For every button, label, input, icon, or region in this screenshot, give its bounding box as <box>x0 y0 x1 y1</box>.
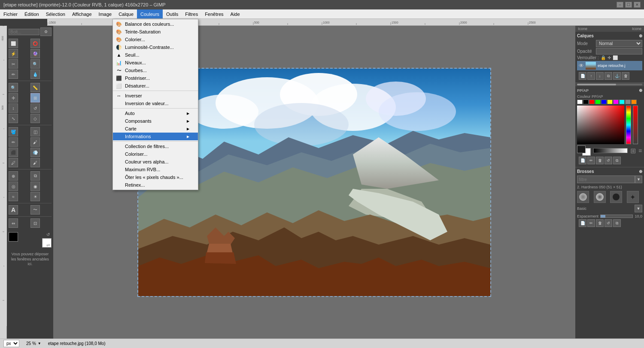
color-swatch-white[interactable] <box>577 100 583 104</box>
layer-item[interactable]: 👁 etape retouche.j <box>577 61 642 70</box>
delete-layer-btn[interactable]: 🗑 <box>622 72 629 80</box>
edit-brush-btn[interactable]: ✏ <box>587 219 595 227</box>
minimize-button[interactable]: – <box>617 2 623 8</box>
tool-bucket[interactable]: 🪣 <box>9 127 18 136</box>
tool-text[interactable]: A <box>9 205 18 215</box>
raise-layer-btn[interactable]: ↑ <box>587 72 595 80</box>
lock-icon[interactable]: 🔒 <box>601 55 606 60</box>
menu-fichier[interactable]: Fichier <box>0 9 21 18</box>
unit-select[interactable]: px <box>3 340 19 347</box>
tool-eraser[interactable]: ⬛ <box>9 148 18 157</box>
menu-edition[interactable]: Édition <box>21 9 43 18</box>
edit-color-btn[interactable]: ✏ <box>587 157 595 164</box>
tool-gradient[interactable]: ◫ <box>30 127 40 136</box>
menu-pixels-chauds[interactable]: Ôter les « pixels chauds »... <box>113 173 198 181</box>
menu-carte[interactable]: Carte <box>113 125 198 133</box>
menu-posteriser[interactable]: ⬛ Postériser... <box>113 74 198 82</box>
menu-colorier[interactable]: 🎨 Colorier... <box>113 36 198 43</box>
toolbox-icon-btn[interactable]: ⚙ <box>40 27 52 36</box>
brush-filter-input[interactable] <box>577 176 635 183</box>
new-layer-btn[interactable]: 📄 <box>579 72 586 80</box>
menu-outils[interactable]: Outils <box>163 9 182 18</box>
lock-alpha-icon[interactable]: ⬜ <box>613 55 618 60</box>
brushes-expand-icon[interactable]: ⊕ <box>639 169 642 174</box>
menu-inversion-valeur[interactable]: Inversion de valeur... <box>113 100 198 107</box>
tool-move[interactable]: ✛ <box>9 93 18 103</box>
tool-color-picker[interactable]: 💧 <box>30 70 40 79</box>
refresh-color-btn[interactable]: ↺ <box>605 157 612 164</box>
tool-scale[interactable]: ⤡ <box>9 114 18 123</box>
layer-visibility-icon[interactable]: 👁 <box>579 63 584 69</box>
new-color-btn[interactable]: 📄 <box>579 157 586 164</box>
brush-soft-small[interactable] <box>577 191 589 203</box>
color-saturation-area[interactable] <box>577 106 624 144</box>
menu-niveaux[interactable]: 📊 Niveaux... <box>113 59 198 67</box>
anchor-layer-btn[interactable]: ⚓ <box>613 72 621 80</box>
tool-flip[interactable]: ⇔ <box>9 218 18 228</box>
menu-image[interactable]: Image <box>95 9 115 18</box>
lock-position-icon[interactable]: ✛ <box>608 55 611 60</box>
delete-brush-btn[interactable]: 🗑 <box>596 219 604 227</box>
menu-collection-filtres[interactable]: Collection de filtres... <box>113 142 198 150</box>
menu-fenetres[interactable]: Fenêtres <box>201 9 227 18</box>
brush-sort-btn[interactable]: ▼ <box>635 176 642 183</box>
menu-couleurs[interactable]: Couleurs <box>137 9 163 18</box>
tool-fuzzy-select[interactable]: 🔮 <box>30 49 40 58</box>
tool-rotate[interactable]: ↺ <box>30 103 40 113</box>
menu-composants[interactable]: Composants <box>113 117 198 125</box>
tool-blur[interactable]: ◎ <box>9 182 18 191</box>
reset-colors-icon[interactable]: ↺ <box>46 232 50 237</box>
tool-dodge[interactable]: ☀ <box>30 192 40 201</box>
duplicate-layer-btn[interactable]: ⧉ <box>605 72 612 80</box>
tool-free-select[interactable]: ⚡ <box>9 49 18 58</box>
menu-retinex[interactable]: Retinex... <box>113 181 198 189</box>
close-button[interactable]: ✕ <box>634 2 641 8</box>
swap-colors-icon[interactable]: ⇄ <box>46 243 50 248</box>
tool-sharpen[interactable]: ◉ <box>30 182 40 191</box>
menu-calque[interactable]: Calque <box>115 9 137 18</box>
tool-paintbrush[interactable]: 🖌 <box>30 137 40 147</box>
brush-medium[interactable] <box>594 191 606 203</box>
lower-layer-btn[interactable]: ↓ <box>596 72 604 80</box>
brush-hard[interactable] <box>610 191 622 203</box>
tool-align[interactable]: ⊞ <box>30 93 40 103</box>
menu-luminosite-contraste[interactable]: 🌓 Luminosité-Contraste... <box>113 43 198 51</box>
menu-coloriser[interactable]: Coloriser... <box>113 150 198 158</box>
gradient-preview-bar[interactable] <box>593 148 628 153</box>
fg-swatch[interactable] <box>577 145 586 153</box>
menu-filtres[interactable]: Filtres <box>182 9 201 18</box>
foreground-color-swatch[interactable] <box>9 232 18 242</box>
ppap-expand-icon[interactable]: ⊕ <box>639 88 642 93</box>
tool-shear[interactable]: ◇ <box>30 114 40 123</box>
copy-brush-btn[interactable]: ⧉ <box>613 219 621 227</box>
tool-zoom[interactable]: 🔍 <box>9 83 18 92</box>
color-swatch-black[interactable] <box>583 100 589 104</box>
menu-informations[interactable]: Informations <box>113 133 198 140</box>
pattern-refresh-icon[interactable]: ≡ <box>638 147 642 154</box>
basic-dropdown-btn[interactable]: ▼ <box>635 205 642 212</box>
menu-inverser[interactable]: ↔ Inverser <box>113 92 198 100</box>
color-swatch-magenta[interactable] <box>613 100 619 104</box>
toolbox-search-input[interactable] <box>9 29 39 35</box>
new-brush-btn[interactable]: 📄 <box>579 219 586 227</box>
layers-scrollbar[interactable] <box>575 83 644 86</box>
tool-measure[interactable]: 📏 <box>30 83 40 92</box>
tool-ellipse-select[interactable]: ⭕ <box>30 39 40 48</box>
tool-transform[interactable]: ↕ <box>9 103 18 113</box>
copy-color-btn[interactable]: ⧉ <box>613 157 621 164</box>
color-swatch-yellow[interactable] <box>607 100 613 104</box>
tool-pencil[interactable]: ✏ <box>9 137 18 147</box>
color-alpha-bar[interactable] <box>633 106 638 144</box>
tool-warp[interactable]: 〜 <box>30 205 40 215</box>
menu-selection[interactable]: Sélection <box>43 9 69 18</box>
color-swatch-cyan[interactable] <box>619 100 625 104</box>
menu-courbes[interactable]: 〜 Courbes... <box>113 67 198 74</box>
maximize-button[interactable]: ☐ <box>625 2 632 8</box>
color-swatch-orange[interactable] <box>631 100 637 104</box>
color-swatch-gray[interactable] <box>625 100 631 104</box>
tool-mypaint[interactable]: 🖌 <box>30 158 40 167</box>
menu-balance-couleurs[interactable]: 🎨 Balance des couleurs... <box>113 20 198 28</box>
delete-color-btn[interactable]: 🗑 <box>596 157 604 164</box>
menu-aide[interactable]: Aide <box>227 9 243 18</box>
color-swatch-red[interactable] <box>589 100 595 104</box>
